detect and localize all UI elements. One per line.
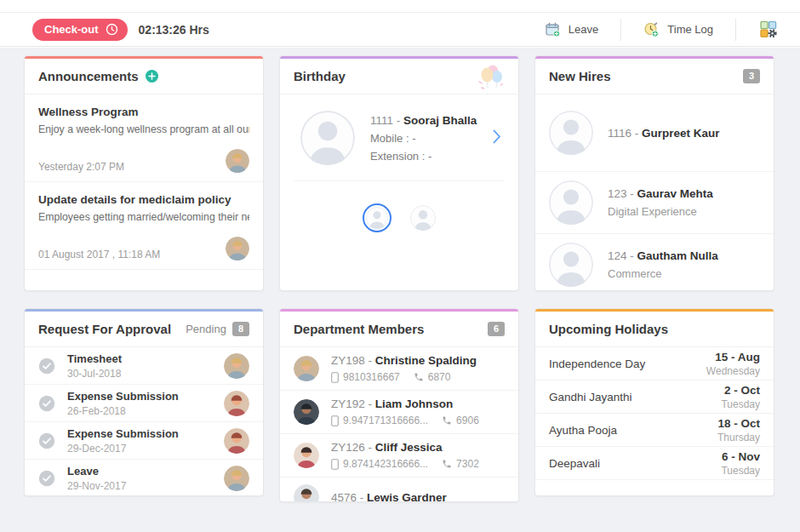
leave-button[interactable]: Leave: [523, 19, 620, 41]
approval-type: Expense Submission: [67, 427, 179, 440]
announcement-time: Yesterday 2:07 PM: [38, 161, 124, 173]
approval-row[interactable]: Expense Submission 26-Feb-2018: [25, 385, 263, 422]
holiday-name: Ayutha Pooja: [549, 424, 617, 437]
topbar: Check-out 02:13:26 Hrs Leave: [0, 12, 800, 47]
announcement-desc: Employees getting married/welcoming thei…: [38, 211, 249, 223]
member-row[interactable]: ZY126 - Cliff Jessica 9.874142316666... …: [280, 434, 518, 478]
avatar: [294, 484, 319, 502]
checkout-label: Check-out: [44, 23, 99, 36]
carousel-avatar-selected[interactable]: [363, 203, 391, 232]
mobile-icon: [331, 372, 339, 383]
avatar-placeholder: [410, 205, 436, 231]
new-hire-row[interactable]: 124 - Gautham Nulla Commerce: [535, 234, 774, 291]
approval-type: Timesheet: [67, 352, 122, 365]
work-timer: 02:13:26 Hrs: [139, 23, 209, 37]
birthday-header: Birthday: [280, 56, 518, 94]
holiday-day: Tuesday: [721, 398, 760, 410]
announcements-title: Announcements: [38, 69, 139, 83]
announcement-title: Wellness Program: [38, 106, 249, 118]
apps-grid-button[interactable]: [736, 19, 800, 41]
holiday-row[interactable]: Gandhi Jayanthi 2 - Oct Tuesday: [535, 380, 774, 414]
holiday-row[interactable]: Deepavali 6 - Nov Tuesday: [535, 447, 774, 480]
new-hire-department: Commerce: [608, 267, 718, 280]
balloons-icon: [474, 61, 505, 92]
avatar: [224, 391, 249, 416]
announcement-desc: Enjoy a week-long wellness program at al…: [38, 123, 249, 135]
announcements-card: Announcements Wellness Program Enjoy a w…: [24, 55, 264, 291]
apps-grid-icon: [758, 20, 778, 38]
check-circle-icon[interactable]: [38, 432, 55, 449]
mobile-icon: [331, 415, 339, 426]
holiday-date: 18 - Oct: [717, 417, 760, 430]
new-hire-row[interactable]: 1116 - Gurpreet Kaur: [535, 94, 774, 172]
clock-icon: [106, 23, 118, 36]
birthday-mobile: Mobile : -: [370, 132, 477, 145]
member-row[interactable]: ZY198 - Christine Spalding 9810316667 68…: [280, 347, 518, 391]
member-name: 4576 - Lewis Gardner: [331, 491, 447, 503]
announcement-item[interactable]: Update details for mediclaim policy Empl…: [25, 182, 263, 270]
new-hires-card: New Hires 3 1116 - Gurpreet Kaur 123 - G…: [534, 55, 774, 291]
birthday-extension: Extension : -: [370, 150, 477, 163]
birthday-person-row[interactable]: 1111 - Sooraj Bhalla Mobile : - Extensio…: [294, 94, 505, 181]
new-hires-title: New Hires: [549, 69, 611, 83]
approval-type: Expense Submission: [67, 390, 179, 403]
holiday-name: Independence Day: [549, 358, 645, 370]
approval-date: 26-Feb-2018: [67, 405, 179, 417]
approval-row[interactable]: Leave 29-Nov-2017: [25, 460, 263, 496]
department-members-card: Department Members 6 ZY198 - Christine S…: [279, 308, 519, 502]
announcement-item[interactable]: Wellness Program Enjoy a week-long welln…: [25, 94, 263, 182]
carousel-avatar[interactable]: [410, 205, 436, 231]
avatar-placeholder: [549, 180, 593, 225]
check-circle-icon[interactable]: [38, 395, 55, 412]
check-circle-icon[interactable]: [38, 470, 55, 487]
timelog-button[interactable]: Time Log: [621, 19, 735, 41]
avatar-placeholder: [549, 243, 593, 287]
announcement-title: Update details for mediclaim policy: [38, 193, 249, 206]
mobile-icon: [331, 459, 339, 470]
holiday-row[interactable]: Independence Day 15 - Aug Wednesday: [535, 347, 774, 380]
phone-icon: [442, 415, 452, 426]
new-hire-name: 124 - Gautham Nulla: [608, 249, 718, 262]
avatar: [226, 149, 249, 173]
holiday-date: 6 - Nov: [721, 450, 760, 463]
holiday-day: Tuesday: [721, 465, 760, 477]
new-hires-header: New Hires 3: [535, 56, 774, 94]
add-announcement-button[interactable]: [146, 70, 158, 83]
approval-date: 29-Nov-2017: [67, 480, 126, 492]
birthday-person-name: 1111 - Sooraj Bhalla: [370, 114, 477, 127]
checkout-button[interactable]: Check-out: [32, 19, 128, 41]
avatar: [294, 399, 319, 425]
member-extension: 6906: [456, 415, 479, 426]
avatar: [224, 428, 249, 454]
approvals-card: Request For Approval Pending 8 Timesheet…: [24, 308, 264, 496]
member-name: ZY126 - Cliff Jessica: [331, 441, 479, 454]
leave-calendar-icon: [545, 21, 561, 37]
new-hire-row[interactable]: 123 - Gaurav Mehta Digital Experience: [535, 172, 774, 234]
new-hires-count-badge: 3: [743, 69, 760, 83]
leave-label: Leave: [569, 23, 598, 36]
avatar-placeholder: [300, 111, 355, 165]
member-name: ZY198 - Christine Spalding: [331, 354, 477, 367]
avatar: [224, 466, 249, 491]
chevron-right-icon[interactable]: [489, 126, 505, 151]
holiday-row[interactable]: Ayutha Pooja 18 - Oct Thursday: [535, 414, 774, 447]
holidays-title: Upcoming Holidays: [549, 322, 668, 336]
member-mobile: 9810316667: [343, 371, 400, 383]
member-mobile: 9.874142316666...: [343, 458, 428, 470]
phone-icon: [414, 372, 424, 382]
birthday-carousel: [280, 203, 518, 232]
check-circle-icon[interactable]: [38, 358, 55, 375]
member-row[interactable]: ZY192 - Liam Johnson 9.947171316666... 6…: [280, 391, 518, 434]
approval-date: 29-Dec-2017: [67, 443, 179, 455]
topbar-actions: Leave Time Log: [523, 13, 800, 46]
member-row[interactable]: 4576 - Lewis Gardner: [280, 478, 518, 502]
approvals-header: Request For Approval Pending 8: [25, 309, 263, 347]
birthday-title: Birthday: [294, 69, 346, 83]
avatar: [294, 356, 319, 381]
announcement-time: 01 August 2017 , 11:18 AM: [38, 249, 160, 260]
approval-row[interactable]: Timesheet 30-Jul-2018: [25, 347, 263, 385]
holiday-name: Deepavali: [549, 457, 600, 470]
avatar-placeholder: [549, 111, 593, 155]
holiday-day: Wednesday: [706, 365, 760, 377]
approval-row[interactable]: Expense Submission 29-Dec-2017: [25, 422, 263, 460]
